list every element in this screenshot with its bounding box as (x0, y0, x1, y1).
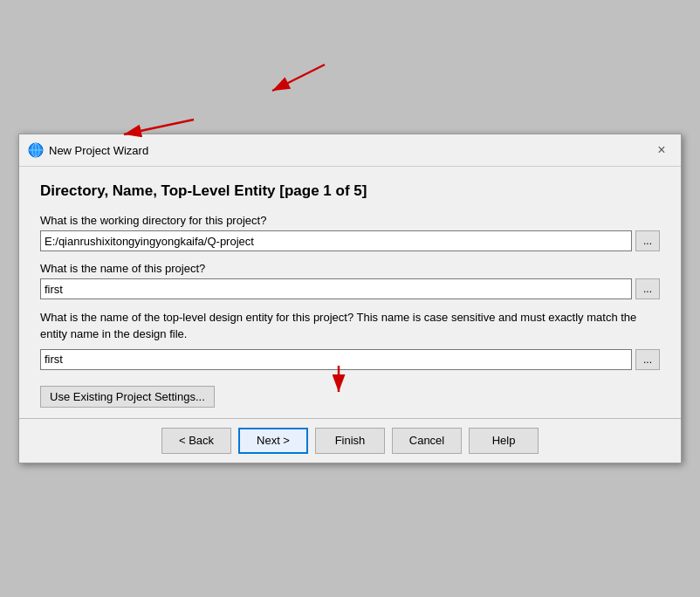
entity-description: What is the name of the top-level design… (40, 310, 660, 341)
name-browse-button[interactable]: ... (635, 278, 660, 299)
close-button[interactable]: × (651, 140, 672, 161)
content-area: Directory, Name, Top-Level Entity [page … (19, 167, 681, 417)
entity-browse-button[interactable]: ... (635, 349, 660, 370)
use-existing-button[interactable]: Use Existing Project Settings... (40, 386, 215, 408)
entity-row: ... (40, 349, 660, 370)
page-heading: Directory, Name, Top-Level Entity [page … (40, 182, 660, 200)
new-project-wizard-window: New Project Wizard × Directory, Name, To… (18, 134, 682, 463)
finish-button[interactable]: Finish (315, 428, 385, 454)
name-label: What is the name of this project? (40, 262, 660, 275)
next-button[interactable]: Next > (238, 428, 308, 454)
directory-row: ... (40, 230, 660, 251)
name-input[interactable] (40, 278, 632, 299)
entity-input[interactable] (40, 349, 632, 370)
title-bar: New Project Wizard × (19, 134, 681, 167)
svg-line-8 (124, 120, 194, 134)
cancel-button[interactable]: Cancel (392, 428, 462, 454)
help-button[interactable]: Help (469, 428, 539, 454)
directory-label: What is the working directory for this p… (40, 214, 660, 227)
svg-line-7 (272, 65, 325, 91)
directory-browse-button[interactable]: ... (635, 230, 660, 251)
name-row: ... (40, 278, 660, 299)
globe-icon (28, 142, 44, 158)
back-button[interactable]: < Back (161, 428, 231, 454)
title-bar-text: New Project Wizard (49, 144, 148, 157)
bottom-bar: < Back Next > Finish Cancel Help (19, 418, 681, 463)
directory-input[interactable] (40, 230, 632, 251)
